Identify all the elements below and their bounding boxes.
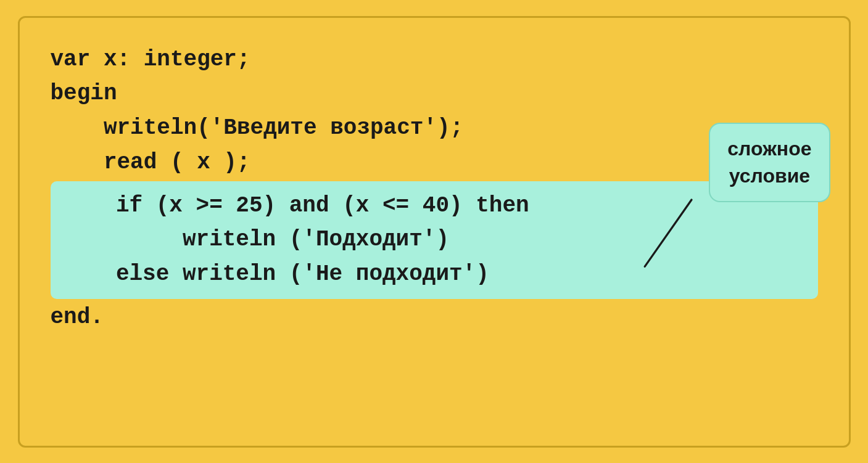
code-line-4: read ( x );	[51, 145, 818, 180]
code-line-3: writeln('Введите возраст');	[51, 111, 818, 145]
code-line-5: if (x >= 25) and (x <= 40) then	[63, 189, 806, 223]
code-line-6: writeln ('Подходит')	[63, 223, 806, 257]
highlighted-block: if (x >= 25) and (x <= 40) then writeln …	[51, 181, 818, 299]
code-line-7: else writeln ('Не подходит')	[63, 257, 806, 292]
tooltip-line1: сложное	[727, 137, 811, 160]
tooltip-line2: условие	[729, 165, 810, 187]
code-line-2: begin	[51, 76, 818, 111]
main-container: var x: integer; begin writeln('Введите в…	[18, 16, 851, 448]
code-line-8: end.	[51, 300, 818, 335]
code-block: var x: integer; begin writeln('Введите в…	[51, 43, 818, 335]
tooltip-bubble: сложное условие	[709, 123, 830, 203]
code-line-1: var x: integer;	[51, 43, 818, 77]
